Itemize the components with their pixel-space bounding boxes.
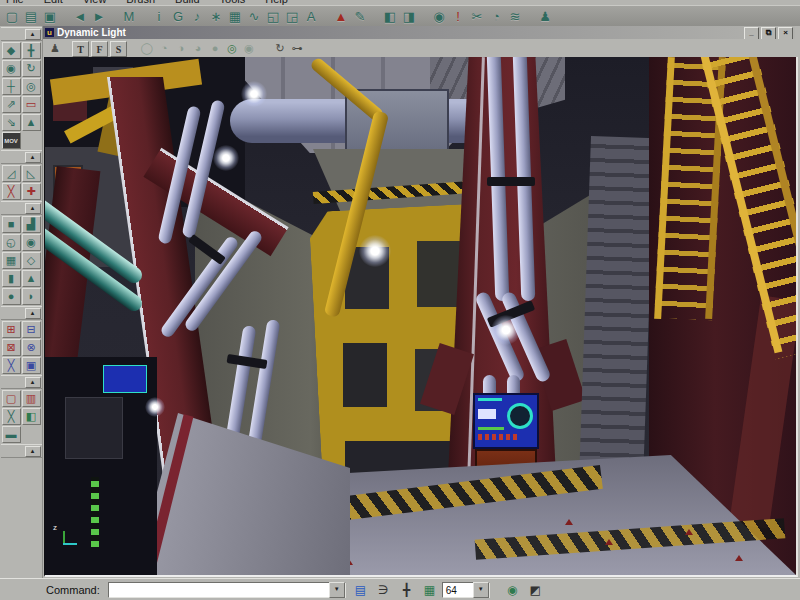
build-alert-icon[interactable]: ! <box>449 7 467 25</box>
add-mover-brush-icon[interactable]: ▣ <box>22 357 41 374</box>
textured-mode-icon[interactable]: ◕ <box>190 41 206 56</box>
camera-icon[interactable]: ◉ <box>2 60 21 77</box>
hide-selected-icon[interactable]: ▥ <box>22 390 41 407</box>
vertex-edit-icon[interactable]: ▭ <box>22 96 41 113</box>
new-file-icon[interactable]: ▢ <box>3 7 21 25</box>
translate-actor-icon[interactable]: ┼ <box>2 78 21 95</box>
actor-class-browser-icon[interactable]: ◱ <box>264 7 282 25</box>
cone-brush-icon[interactable]: ▲ <box>22 270 41 287</box>
music-browser-icon[interactable]: ♪ <box>188 7 206 25</box>
realtime-preview-icon[interactable]: ♟ <box>47 41 63 56</box>
forward-arrow-icon[interactable]: ► <box>90 7 108 25</box>
left-panel-icon[interactable]: ◧ <box>381 7 399 25</box>
spiral-stair-brush-icon[interactable]: ◉ <box>22 234 41 251</box>
slope-down-icon[interactable]: ◺ <box>22 165 41 182</box>
group-browser-icon[interactable]: G <box>169 7 187 25</box>
font-icon[interactable]: A <box>302 7 320 25</box>
texture-lock-icon[interactable]: ◩ <box>527 582 544 598</box>
group-collapse-button[interactable]: ▴ <box>25 29 41 40</box>
texture-browser-icon[interactable]: ▦ <box>226 7 244 25</box>
refresh-view-icon[interactable]: ↻ <box>272 41 288 56</box>
command-input[interactable]: ▼ <box>108 582 346 598</box>
group-collapse-button[interactable]: ▴ <box>25 308 41 319</box>
sound-browser-icon[interactable]: ∗ <box>207 7 225 25</box>
axis-move-icon[interactable]: ╋ <box>22 42 41 59</box>
camera-speed-icon[interactable]: ◔ <box>487 7 505 25</box>
viewport-toolbar: ♟ TFS ◯◔◑◕●◎◉ ↻ ⊶ <box>43 39 795 57</box>
view-side-button[interactable]: S <box>110 41 127 57</box>
viewport-window-icon: u <box>45 28 54 37</box>
unlit-mode-icon[interactable]: ● <box>207 41 223 56</box>
snap-vertex-icon[interactable]: ∋ <box>375 582 392 598</box>
sheet-brush-icon[interactable]: ◇ <box>22 252 41 269</box>
group-collapse-button[interactable]: ▴ <box>25 152 41 163</box>
csg-subtract-icon[interactable]: ⊟ <box>22 321 41 338</box>
search-actors-icon[interactable]: M <box>120 7 138 25</box>
cut-line-icon[interactable]: ╳ <box>2 183 21 200</box>
terrain-icon[interactable]: ▲ <box>22 114 41 131</box>
view-front-button[interactable]: F <box>91 41 108 57</box>
csg-add-icon[interactable]: ⊞ <box>2 321 21 338</box>
command-dropdown-button[interactable]: ▼ <box>329 582 345 598</box>
build-geometry-icon[interactable]: ▲ <box>332 7 350 25</box>
play-level-icon[interactable]: ◉ <box>430 7 448 25</box>
grid-size-dropdown-button[interactable]: ▼ <box>473 582 489 598</box>
build-options-icon[interactable]: ✎ <box>351 7 369 25</box>
open-folder-icon[interactable]: ▤ <box>22 7 40 25</box>
group-collapse-button[interactable]: ▴ <box>25 377 41 388</box>
right-panel-icon[interactable]: ◨ <box>400 7 418 25</box>
camera-movement-icon[interactable]: ◆ <box>2 42 21 59</box>
bsp-cuts-mode-icon[interactable]: ◔ <box>156 41 172 56</box>
tools-icon[interactable]: ✂ <box>468 7 486 25</box>
csg-deintersect-icon[interactable]: ⊗ <box>22 339 41 356</box>
dynamic-light-mode-icon[interactable]: ◎ <box>224 41 240 56</box>
mov-tool-icon[interactable]: MOV <box>2 132 21 149</box>
volumetric-brush-icon[interactable]: ◗ <box>22 288 41 305</box>
scale-actor-icon[interactable]: ⇗ <box>2 96 21 113</box>
globe-icon[interactable]: ◎ <box>22 78 41 95</box>
zone-portal-mode-icon[interactable]: ◉ <box>241 41 257 56</box>
sheet-grid-brush-icon[interactable]: ▦ <box>2 252 21 269</box>
invert-selection-icon[interactable]: ╳ <box>2 408 21 425</box>
align-viewports-icon[interactable]: ≋ <box>506 7 524 25</box>
curved-stair-brush-icon[interactable]: ◵ <box>2 234 21 251</box>
mesh-browser-icon[interactable]: ∿ <box>245 7 263 25</box>
grid-size-select[interactable]: 64 ▼ <box>442 582 490 598</box>
actor-info-icon[interactable]: i <box>150 7 168 25</box>
sphere-brush-icon[interactable]: ● <box>2 288 21 305</box>
group-collapse-button[interactable]: ▴ <box>25 446 41 457</box>
polys-mode-icon[interactable]: ◑ <box>173 41 189 56</box>
joystick-icon[interactable]: ♟ <box>536 7 554 25</box>
back-arrow-icon[interactable]: ◄ <box>71 7 89 25</box>
view-top-button[interactable]: T <box>72 41 89 57</box>
csg-intersect-icon[interactable]: ⊠ <box>2 339 21 356</box>
show-selected-icon[interactable]: ▢ <box>2 390 21 407</box>
prefab-browser-icon[interactable]: ◲ <box>283 7 301 25</box>
viewport-title-bar[interactable]: u Dynamic Light _⧉× <box>43 26 795 39</box>
drag-grid-icon[interactable]: ▦ <box>421 582 438 598</box>
wireframe-mode-icon[interactable]: ◯ <box>139 41 155 56</box>
left-toolbar-group-modes: ◆╋◉↻┼◎⇗▭⇘▲MOV <box>2 42 41 149</box>
axis-gizmo: z <box>51 523 81 553</box>
pin-view-icon[interactable]: ⊶ <box>289 41 305 56</box>
cube-brush-icon[interactable]: ■ <box>2 216 21 233</box>
weld-line-icon[interactable]: ✚ <box>22 183 41 200</box>
save-icon[interactable]: ▣ <box>41 7 59 25</box>
select-brushes-icon[interactable]: ◧ <box>22 408 41 425</box>
group-collapse-button[interactable]: ▴ <box>25 203 41 214</box>
stair-brush-icon[interactable]: ▟ <box>22 216 41 233</box>
command-bar-icons: ▤∋╋ <box>346 582 415 598</box>
camera-target-icon[interactable]: ╋ <box>398 582 415 598</box>
scene-console-readout <box>478 409 496 419</box>
scene-gantry-hole <box>343 343 387 407</box>
scene-console-warning <box>478 434 518 440</box>
cylinder-brush-icon[interactable]: ▮ <box>2 270 21 287</box>
log-window-icon[interactable]: ▤ <box>352 582 369 598</box>
slope-up-icon[interactable]: ◿ <box>2 165 21 182</box>
rotation-grid-icon[interactable]: ◉ <box>504 582 521 598</box>
viewport-3d-scene[interactable]: z <box>44 57 798 577</box>
flatten-icon[interactable]: ▬ <box>2 426 21 443</box>
snap-scale-icon[interactable]: ⇘ <box>2 114 21 131</box>
add-special-brush-icon[interactable]: ╳ <box>2 357 21 374</box>
rotate-actor-icon[interactable]: ↻ <box>22 60 41 77</box>
